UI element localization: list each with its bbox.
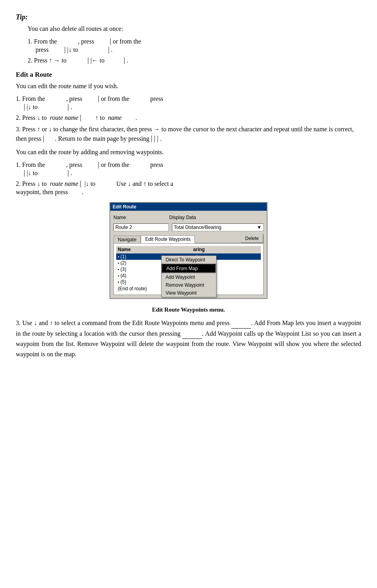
- context-menu-item-add-wp[interactable]: Add Waypoint: [162, 273, 216, 281]
- tip-step1-text-a: 1. From the: [28, 38, 57, 45]
- tab-edit-waypoints[interactable]: Edit Route Waypoints: [141, 235, 195, 243]
- edit-route-subtitle: You can edit the route name if you wish.: [16, 81, 361, 91]
- dialog-titlebar: Edit Route: [110, 203, 267, 211]
- tip-step1-text-e: |↓ to: [67, 46, 78, 53]
- tip-step1-text-d: press: [36, 46, 49, 53]
- edit-route-heading: Edit a Route: [16, 70, 361, 80]
- tab-navigate[interactable]: Navigate: [113, 236, 141, 243]
- context-menu-item-view[interactable]: View Waypoint: [162, 289, 216, 297]
- waypoints-col-bearing: aring: [192, 246, 261, 253]
- edit-step3: 3. Press ↑ or ↓ to change the first char…: [16, 125, 361, 144]
- tip-step2-b: |← to: [90, 57, 105, 64]
- tab-content: Name aring • (1)–°• (2)6°• (3)°• (4)°• (…: [113, 243, 264, 295]
- delete-button[interactable]: Delete: [240, 234, 264, 243]
- tip-intro: You can also delete all routes at once:: [28, 24, 361, 34]
- tip-title: Tip:: [16, 12, 361, 23]
- edit-route-section: Edit a Route You can edit the route name…: [16, 70, 361, 196]
- edit-step5: 2. Press ↓ to route name | |↓ to Use ↓ a…: [16, 180, 361, 196]
- tip-step2-text: 2. Press ↑ → to: [28, 57, 66, 64]
- tip-step1-text-b: , press: [78, 38, 94, 45]
- waypoints-intro: You can edit the route by adding and rem…: [16, 147, 361, 157]
- display-label: Display Data: [169, 215, 197, 220]
- context-menu-item-add-map[interactable]: Add From Map: [162, 264, 216, 273]
- edit-route-dialog: Edit Route Name Display Data Route 2 Tot…: [109, 202, 268, 299]
- dialog-wrapper: Edit Route Name Display Data Route 2 Tot…: [16, 202, 361, 299]
- name-label: Name: [113, 215, 141, 220]
- edit-step1: 1. From the , press | or from the press …: [16, 95, 361, 111]
- dialog-caption: Edit Route Waypoints menu.: [16, 305, 361, 314]
- context-menu-item-direct[interactable]: Direct To Waypoint: [162, 256, 216, 264]
- final-paragraph: 3. Use ↓ and ↑ to select a command from …: [16, 318, 361, 359]
- tip-step1-text-c: or from the: [113, 38, 141, 45]
- display-select[interactable]: Total Distance/Bearing ▼: [172, 223, 264, 231]
- tip-section: Tip: You can also delete all routes at o…: [16, 12, 361, 64]
- tip-step1: 1. From the , press | or from the press …: [28, 38, 361, 53]
- context-menu: Direct To Waypoint Add From Map Add Wayp…: [161, 255, 217, 297]
- waypoints-col-name: Name: [116, 246, 192, 253]
- name-input[interactable]: Route 2: [113, 223, 169, 231]
- context-menu-item-remove[interactable]: Remove Waypoint: [162, 281, 216, 289]
- edit-step4: 1. From the , press | or from the press …: [16, 161, 361, 177]
- edit-step2: 2. Press ↓ to route name | ↑ to name .: [16, 114, 361, 121]
- tip-step2: 2. Press ↑ → to | |← to | .: [28, 57, 361, 64]
